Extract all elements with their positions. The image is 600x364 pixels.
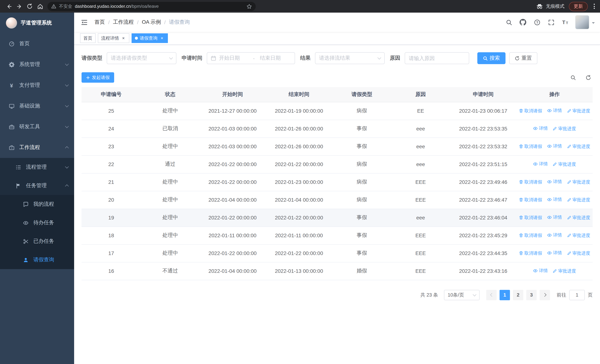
sidebar-item-infra[interactable]: 基础设施 <box>0 96 74 116</box>
breadcrumb-separator: / <box>108 19 110 25</box>
browser-menu-icon[interactable] <box>592 4 596 9</box>
sidebar-item-system[interactable]: 系统管理 <box>0 54 74 75</box>
cell-status: 处理中 <box>141 226 200 244</box>
sidebar-item-my-process[interactable]: 我的流程 <box>0 195 74 214</box>
page-button-3[interactable]: 3 <box>526 290 537 300</box>
sidebar-item-task-management[interactable]: 任务管理 <box>0 177 74 195</box>
cancel-leave-link[interactable]: 取消请假 <box>519 250 542 256</box>
table-row[interactable]: 23 处理中 2022-01-03 00:00:00 2022-01-26 00… <box>82 138 593 155</box>
github-icon[interactable] <box>517 13 529 31</box>
breadcrumb-item[interactable]: 首页 <box>94 19 105 26</box>
breadcrumb-item[interactable]: 工作流程 <box>113 19 134 26</box>
progress-link[interactable]: 审批进度 <box>553 161 576 167</box>
search-icon[interactable] <box>503 13 515 31</box>
warning-icon[interactable] <box>51 4 56 9</box>
progress-link[interactable]: 审批进度 <box>567 179 590 185</box>
sidebar-item-todo-tasks[interactable]: 待办任务 <box>0 214 74 232</box>
sidebar-item-done-tasks[interactable]: 已办任务 <box>0 232 74 251</box>
user-avatar[interactable] <box>575 15 595 29</box>
table-row[interactable]: 17 处理中 2022-01-22 00:00:00 2022-01-22 00… <box>82 244 593 262</box>
detail-link[interactable]: 详情 <box>547 107 562 114</box>
update-button[interactable]: 更新 <box>569 2 588 11</box>
goto-page-input[interactable] <box>569 290 585 300</box>
forward-button[interactable] <box>14 1 24 11</box>
result-select[interactable]: 请选择流结果 <box>315 52 385 64</box>
cancel-leave-link[interactable]: 取消请假 <box>519 197 542 203</box>
detail-link[interactable]: 详情 <box>547 214 562 221</box>
progress-link[interactable]: 审批进度 <box>567 232 590 239</box>
reset-button[interactable]: 重置 <box>509 52 537 64</box>
sidebar-item-leave-query[interactable]: 请假查询 <box>0 251 74 269</box>
page-size-select[interactable]: 10条/页 <box>444 290 479 300</box>
detail-link[interactable]: 详情 <box>547 232 562 238</box>
toggle-search-icon[interactable] <box>570 75 576 80</box>
progress-link[interactable]: 审批进度 <box>567 250 590 256</box>
tab-process-detail[interactable]: 流程详情 × <box>98 33 129 43</box>
cell-apply-id: 19 <box>82 209 141 226</box>
cancel-leave-link[interactable]: 取消请假 <box>519 108 542 114</box>
table-row[interactable]: 18 处理中 2022-01-11 00:00:00 2022-01-11 00… <box>82 226 593 244</box>
create-leave-button[interactable]: 发起请假 <box>82 72 114 83</box>
table-header-row: 申请编号 状态 开始时间 结束时间 请假类型 原因 申请时间 操作 <box>82 87 593 102</box>
next-page-button[interactable] <box>540 290 550 300</box>
collapse-sidebar-icon[interactable] <box>79 19 89 26</box>
page-button-1[interactable]: 1 <box>500 290 510 300</box>
cell-reason: EEE <box>391 262 450 280</box>
sidebar-item-payment[interactable]: ¥ 支付管理 <box>0 75 74 96</box>
home-button[interactable] <box>35 1 45 11</box>
leave-type-select[interactable]: 请选择请假类型 <box>107 52 176 64</box>
sidebar-item-home[interactable]: 首页 <box>0 33 74 54</box>
progress-link[interactable]: 审批进度 <box>553 268 576 274</box>
page-button-2[interactable]: 2 <box>513 290 523 300</box>
font-size-icon[interactable]: TT <box>559 13 572 31</box>
progress-link[interactable]: 审批进度 <box>567 108 590 114</box>
help-icon[interactable]: ? <box>531 13 543 31</box>
table-row[interactable]: 20 处理中 2022-01-04 00:00:00 2022-01-04 00… <box>82 191 593 209</box>
progress-link[interactable]: 审批进度 <box>567 215 590 221</box>
sidebar-item-process-management[interactable]: 流程管理 <box>0 158 74 177</box>
close-icon[interactable]: × <box>159 36 165 41</box>
reason-input[interactable] <box>405 52 469 64</box>
cell-start-time: 2022-01-04 00:00:00 <box>200 191 265 209</box>
refresh-icon[interactable] <box>586 75 591 80</box>
sidebar-item-devtools[interactable]: 研发工具 <box>0 116 74 137</box>
detail-link[interactable]: 详情 <box>547 179 562 185</box>
cancel-leave-link[interactable]: 取消请假 <box>519 232 542 239</box>
table-row[interactable]: 25 处理中 2021-12-27 00:00:00 2022-01-19 00… <box>82 102 593 120</box>
table-row[interactable]: 16 不通过 2022-01-04 00:00:00 2022-01-13 00… <box>82 262 593 280</box>
tab-leave-query[interactable]: 请假查询 × <box>131 33 168 43</box>
trash-icon <box>519 144 523 149</box>
sidebar-item-workflow[interactable]: 工作流程 <box>0 137 74 158</box>
avatar-image <box>575 15 589 29</box>
detail-link[interactable]: 详情 <box>547 250 562 256</box>
result-label: 结果 <box>300 55 315 62</box>
back-button[interactable] <box>4 1 14 11</box>
prev-page-button[interactable] <box>486 290 497 300</box>
progress-link[interactable]: 审批进度 <box>553 125 576 132</box>
security-label[interactable]: 不安全 <box>59 3 72 9</box>
close-icon[interactable]: × <box>121 36 126 41</box>
table-row[interactable]: 19 处理中 2022-01-22 00:00:00 2022-01-22 00… <box>82 209 593 226</box>
fullscreen-icon[interactable] <box>545 13 557 31</box>
breadcrumb-item[interactable]: OA 示例 <box>142 19 161 26</box>
detail-link[interactable]: 详情 <box>533 268 548 274</box>
reload-button[interactable] <box>24 1 35 11</box>
table-row[interactable]: 22 通过 2022-01-22 00:00:00 2022-01-22 00:… <box>82 155 593 173</box>
tab-home[interactable]: 首页 <box>80 33 96 43</box>
cancel-leave-link[interactable]: 取消请假 <box>519 143 542 149</box>
detail-link[interactable]: 详情 <box>547 196 562 203</box>
bookmark-star-icon[interactable] <box>246 3 252 9</box>
detail-link[interactable]: 详情 <box>533 161 548 167</box>
app-logo[interactable]: 芋道管理系统 <box>0 13 74 33</box>
apply-time-range-picker[interactable]: 开始日期 - 结束日期 <box>207 52 295 64</box>
detail-link[interactable]: 详情 <box>547 143 562 149</box>
cancel-leave-link[interactable]: 取消请假 <box>519 179 542 185</box>
table-row[interactable]: 21 处理中 2022-01-22 00:00:00 2022-01-23 00… <box>82 173 593 191</box>
progress-link[interactable]: 审批进度 <box>567 197 590 203</box>
table-row[interactable]: 24 已取消 2022-01-03 00:00:00 2022-01-26 00… <box>82 120 593 138</box>
search-button[interactable]: 搜索 <box>477 52 506 64</box>
address-bar[interactable]: 不安全 dashboard.yudao.iocoder.cn/bpm/oa/le… <box>47 2 256 11</box>
detail-link[interactable]: 详情 <box>533 125 548 131</box>
progress-link[interactable]: 审批进度 <box>567 143 590 149</box>
cancel-leave-link[interactable]: 取消请假 <box>519 215 542 221</box>
